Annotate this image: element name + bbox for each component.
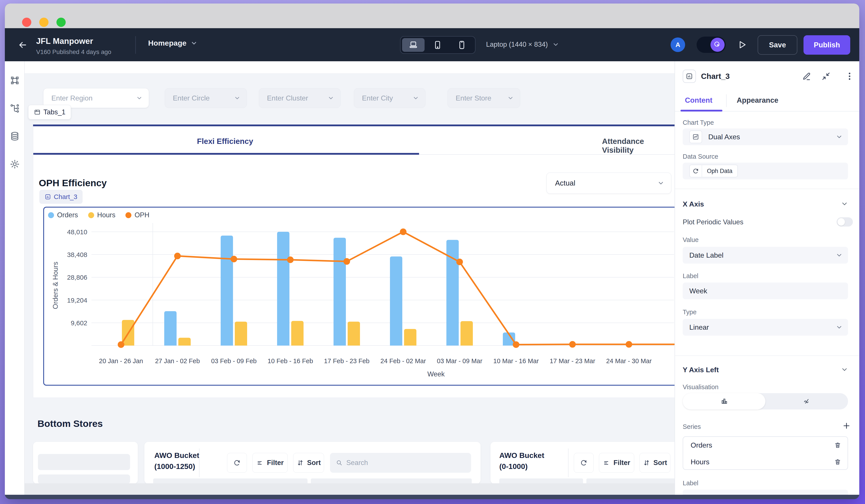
datasource-panel-icon[interactable] bbox=[10, 131, 20, 141]
x-axis-type-label: Type bbox=[683, 308, 696, 316]
plot-periodic-values-toggle[interactable] bbox=[837, 217, 853, 226]
zoom-window-button[interactable] bbox=[56, 17, 66, 27]
mobile-preview-button[interactable] bbox=[451, 38, 473, 52]
chevron-down-icon bbox=[136, 95, 143, 101]
chevron-down-icon[interactable] bbox=[841, 200, 848, 208]
page-selector[interactable]: Homepage bbox=[148, 39, 197, 47]
device-preview-toggle-group bbox=[400, 36, 475, 54]
series-row-hours[interactable]: Hours bbox=[683, 454, 847, 470]
bar-chart-icon bbox=[683, 70, 696, 83]
add-series-plus-icon[interactable] bbox=[842, 421, 851, 430]
tree-structure-icon[interactable] bbox=[10, 103, 20, 114]
chart-widget-badge[interactable]: Chart_3 bbox=[39, 190, 82, 204]
series-list: Orders Hours bbox=[683, 436, 848, 470]
refresh-icon bbox=[580, 459, 587, 467]
edit-pencil-icon[interactable] bbox=[802, 71, 811, 81]
bar-chart-icon bbox=[720, 397, 728, 406]
svg-text:38,408: 38,408 bbox=[67, 251, 87, 258]
svg-text:27 Jan - 02 Feb: 27 Jan - 02 Feb bbox=[155, 358, 200, 364]
tab-attendance-visibility[interactable]: Attendance Visibility bbox=[602, 137, 650, 154]
x-axis-type-select[interactable]: Linear bbox=[683, 319, 848, 336]
store-card-awo-0-1000: AWO Bucket (0-1000) Filter Sort bbox=[491, 442, 674, 484]
tabs-widget-badge-label: Tabs_1 bbox=[44, 108, 66, 116]
series-row-orders[interactable]: Orders bbox=[683, 437, 847, 454]
filter-circle-placeholder: Enter Circle bbox=[173, 94, 210, 102]
canvas-top-strip bbox=[25, 61, 674, 74]
refresh-button[interactable] bbox=[574, 453, 593, 473]
save-button[interactable]: Save bbox=[758, 35, 797, 55]
placeholder-block bbox=[38, 474, 130, 484]
settings-gear-icon[interactable] bbox=[10, 159, 20, 169]
editor-main: Enter Region Enter Circle Enter Cluster … bbox=[5, 61, 859, 495]
filter-button[interactable]: Filter bbox=[252, 453, 288, 473]
data-source-chip[interactable]: Oph Data bbox=[689, 165, 738, 177]
widgets-panel-icon[interactable] bbox=[10, 75, 20, 85]
refresh-button[interactable] bbox=[227, 453, 247, 473]
card-title-line2: (1000-1250) bbox=[154, 461, 199, 472]
visualisation-segmented-control bbox=[683, 393, 848, 409]
filter-cluster-select[interactable]: Enter Cluster bbox=[259, 88, 341, 108]
svg-text:48,010: 48,010 bbox=[67, 228, 87, 236]
trash-icon[interactable] bbox=[834, 458, 841, 466]
x-axis-value-select[interactable]: Date Label bbox=[683, 247, 848, 263]
data-source-label: Data Source bbox=[683, 153, 718, 160]
filter-city-select[interactable]: Enter City bbox=[354, 88, 425, 108]
chart-mode-value: Actual bbox=[555, 179, 575, 187]
x-axis-label-input[interactable]: Week bbox=[683, 282, 848, 299]
live-cursor-pill[interactable] bbox=[696, 37, 726, 53]
tablet-preview-button[interactable] bbox=[426, 38, 449, 52]
preview-play-button[interactable] bbox=[737, 40, 747, 50]
search-input[interactable] bbox=[346, 459, 450, 467]
close-window-button[interactable] bbox=[22, 17, 31, 27]
collapse-panel-icon[interactable] bbox=[821, 71, 831, 81]
chevron-down-icon bbox=[234, 95, 241, 101]
search-box bbox=[330, 453, 471, 473]
inspector-tab-content[interactable]: Content bbox=[685, 96, 713, 104]
store-card-awo-1000-1250: AWO Bucket (1000-1250) Filter Sort bbox=[145, 442, 481, 484]
table-header-placeholder bbox=[311, 478, 472, 484]
minimize-window-button[interactable] bbox=[39, 17, 48, 27]
chevron-down-icon bbox=[507, 95, 514, 101]
tabs-widget-top-border bbox=[33, 125, 674, 126]
chevron-down-icon bbox=[657, 179, 665, 187]
series-label-input[interactable] bbox=[683, 490, 848, 495]
filter-button-label: Filter bbox=[613, 459, 630, 467]
back-arrow-icon[interactable] bbox=[18, 40, 28, 50]
inspector-tab-appearance[interactable]: Appearance bbox=[737, 96, 778, 104]
filter-store-select[interactable]: Enter Store bbox=[448, 88, 520, 108]
tabs-widget-badge[interactable]: Tabs_1 bbox=[28, 105, 71, 119]
oph-chart-svg: 9,60219,20428,80638,40848,010Orders & Ho… bbox=[44, 207, 674, 384]
visualisation-label: Visualisation bbox=[683, 384, 718, 391]
laptop-preview-button[interactable] bbox=[402, 38, 425, 52]
table-header-placeholder bbox=[586, 478, 674, 484]
line-visualisation-option[interactable] bbox=[765, 393, 848, 409]
avatar[interactable]: A bbox=[671, 37, 685, 52]
svg-text:17 Feb - 23 Feb: 17 Feb - 23 Feb bbox=[324, 358, 369, 364]
trash-icon[interactable] bbox=[834, 442, 841, 449]
data-source-field[interactable]: Oph Data bbox=[683, 163, 848, 179]
bar-visualisation-option[interactable] bbox=[683, 393, 765, 409]
chart-type-select[interactable]: Dual Axes bbox=[683, 128, 848, 145]
publish-button[interactable]: Publish bbox=[804, 35, 850, 55]
kebab-menu-icon[interactable] bbox=[845, 71, 854, 81]
filter-cluster-placeholder: Enter Cluster bbox=[267, 94, 308, 102]
device-size-selector[interactable]: Laptop (1440 × 834) bbox=[486, 40, 559, 48]
svg-text:24 Mar - 30 Mar: 24 Mar - 30 Mar bbox=[606, 358, 652, 364]
chart-type-value: Dual Axes bbox=[708, 133, 740, 141]
chart-mode-select[interactable]: Actual bbox=[546, 173, 671, 194]
tab-flexi-efficiency[interactable]: Flexi Efficiency bbox=[197, 137, 253, 146]
store-card-placeholder bbox=[33, 442, 138, 484]
series-label-section-title: Label bbox=[683, 480, 698, 487]
editor-sidebar bbox=[5, 61, 25, 495]
chart-card-title: OPH Efficiency bbox=[39, 178, 107, 188]
sort-button[interactable]: Sort bbox=[639, 453, 670, 473]
table-header-placeholder bbox=[499, 478, 583, 484]
filter-circle-select[interactable]: Enter Circle bbox=[165, 88, 247, 108]
card-divider bbox=[199, 448, 199, 477]
bottom-stores-title: Bottom Stores bbox=[37, 418, 103, 429]
sort-button[interactable]: Sort bbox=[293, 453, 324, 473]
filter-button[interactable]: Filter bbox=[599, 453, 634, 473]
page-selector-label: Homepage bbox=[148, 39, 186, 47]
chevron-down-icon[interactable] bbox=[841, 366, 848, 373]
section-divider bbox=[675, 189, 859, 189]
